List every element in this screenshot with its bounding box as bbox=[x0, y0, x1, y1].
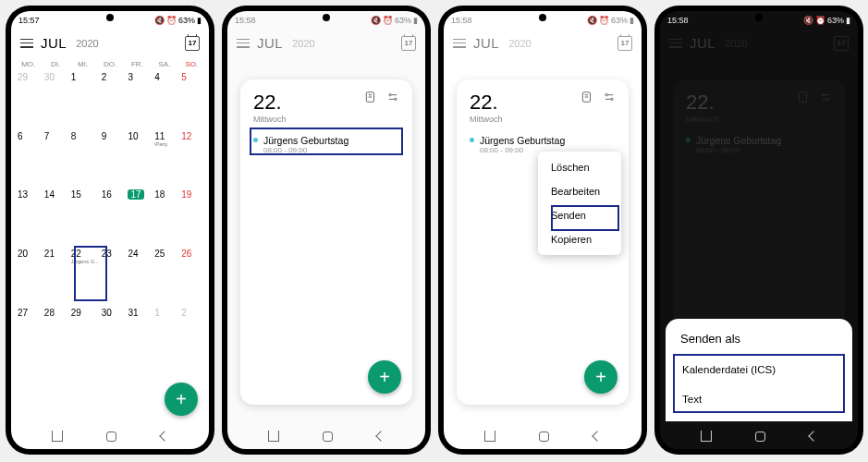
add-event-button[interactable]: + bbox=[584, 360, 617, 394]
nav-bar bbox=[660, 423, 858, 449]
weekday-row: MO.DI.MI.DO.FR.SA.SO. bbox=[11, 56, 209, 70]
phone-4: 15:58 🔇⏰63%▮ JUL 2020 17 22. Mittwoch bbox=[654, 6, 863, 455]
note-icon[interactable] bbox=[581, 91, 593, 103]
camera-notch bbox=[755, 14, 763, 21]
nav-recent[interactable] bbox=[484, 431, 495, 442]
svg-point-4 bbox=[605, 94, 607, 96]
status-time: 15:57 bbox=[18, 16, 40, 25]
status-right: 🔇 ⏰ 63% ▮ bbox=[154, 16, 202, 25]
alarm-icon: ⏰ bbox=[166, 16, 177, 25]
day-number: 22. bbox=[253, 91, 287, 115]
calendar-header: JUL 2020 17 bbox=[444, 30, 642, 56]
svg-point-1 bbox=[389, 94, 391, 96]
phone-3: 15:58 🔇⏰63%▮ JUL 2020 17 22. Mittwoch bbox=[438, 6, 647, 455]
battery-pct: 63% bbox=[178, 16, 195, 25]
screen-contextmenu: 15:58 🔇⏰63%▮ JUL 2020 17 22. Mittwoch bbox=[444, 11, 642, 449]
settings-icon[interactable] bbox=[386, 91, 399, 103]
screen-month: 15:57 🔇 ⏰ 63% ▮ JUL 2020 17 MO.DI.MI.DO.… bbox=[11, 11, 209, 449]
calendar-header: JUL 2020 17 bbox=[11, 30, 209, 56]
nav-recent[interactable] bbox=[701, 431, 712, 442]
highlight-sheet-options bbox=[673, 354, 845, 413]
send-as-sheet: Senden als Kalenderdatei (ICS) Text bbox=[666, 319, 852, 421]
nav-back[interactable] bbox=[592, 431, 602, 441]
phone-2: 15:58 🔇⏰63%▮ JUL 2020 17 22. Mittwoch bbox=[222, 6, 431, 455]
nav-back[interactable] bbox=[808, 431, 818, 441]
calendar-header: JUL 2020 17 bbox=[660, 30, 858, 56]
svg-point-2 bbox=[395, 98, 397, 100]
camera-notch bbox=[323, 14, 330, 21]
event-dot-icon bbox=[470, 138, 474, 142]
ctx-edit[interactable]: Bearbeiten bbox=[538, 179, 621, 203]
phone-1: 15:57 🔇 ⏰ 63% ▮ JUL 2020 17 MO.DI.MI.DO.… bbox=[6, 6, 214, 455]
highlight-event bbox=[250, 128, 403, 155]
camera-notch bbox=[539, 14, 546, 21]
context-menu: Löschen Bearbeiten Senden Kopieren bbox=[538, 152, 621, 255]
screen-daycard: 15:58 🔇⏰63%▮ JUL 2020 17 22. Mittwoch bbox=[227, 11, 425, 449]
nav-home[interactable] bbox=[539, 432, 549, 442]
nav-back[interactable] bbox=[159, 431, 169, 441]
add-event-button[interactable]: + bbox=[368, 360, 401, 394]
nav-home[interactable] bbox=[106, 432, 116, 442]
battery-icon: ▮ bbox=[197, 16, 202, 25]
svg-point-7 bbox=[822, 94, 824, 96]
camera-notch bbox=[106, 14, 114, 21]
ctx-delete[interactable]: Löschen bbox=[538, 155, 621, 179]
settings-icon[interactable] bbox=[603, 91, 616, 103]
nav-recent[interactable] bbox=[52, 431, 63, 442]
today-button[interactable]: 17 bbox=[185, 36, 200, 51]
day-name: Mittwoch bbox=[253, 115, 287, 124]
nav-home[interactable] bbox=[755, 432, 765, 442]
menu-icon[interactable] bbox=[20, 39, 33, 48]
sheet-title: Senden als bbox=[680, 332, 837, 346]
note-icon[interactable] bbox=[364, 91, 377, 103]
month-label[interactable]: JUL bbox=[41, 35, 67, 51]
nav-bar bbox=[444, 423, 642, 449]
highlight-day-22 bbox=[74, 246, 107, 301]
nav-bar bbox=[11, 423, 209, 449]
svg-point-5 bbox=[611, 98, 613, 100]
highlight-send bbox=[551, 205, 619, 231]
svg-point-8 bbox=[827, 98, 829, 100]
year-label: 2020 bbox=[76, 38, 98, 49]
day-card: 22. Mittwoch Jürgens Geburtstag 08:00 - … bbox=[240, 79, 412, 405]
mute-icon: 🔇 bbox=[154, 16, 165, 25]
month-grid[interactable]: 29 30 1 2 3 4 5 6 7 8 9 10 11iParty 12 1… bbox=[11, 70, 209, 423]
add-event-button[interactable]: + bbox=[165, 383, 198, 416]
svg-rect-6 bbox=[799, 92, 806, 103]
screen-sendas: 15:58 🔇⏰63%▮ JUL 2020 17 22. Mittwoch bbox=[660, 11, 858, 449]
